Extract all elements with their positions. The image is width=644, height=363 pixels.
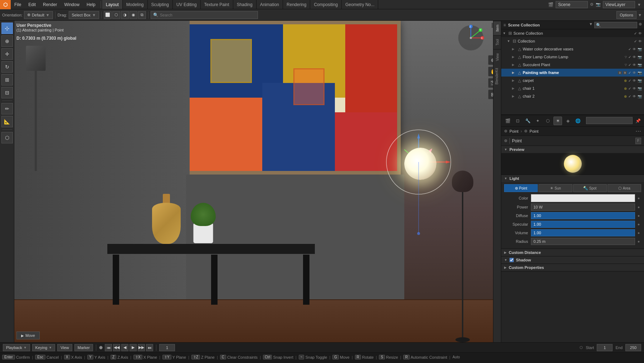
- painting-visibility[interactable]: 👁: [633, 71, 636, 75]
- tool-select[interactable]: ⊹: [1, 23, 13, 34]
- timeline-keying-btn[interactable]: Keying ▼: [32, 344, 55, 351]
- water-visibility[interactable]: 👁: [633, 47, 636, 51]
- power-value[interactable]: 10 W: [531, 203, 635, 211]
- tab-rendering[interactable]: Rendering: [283, 0, 310, 9]
- move-button[interactable]: ▶ Move: [16, 332, 40, 339]
- tab-animation[interactable]: Animation: [257, 0, 283, 9]
- properties-pin[interactable]: 📌: [634, 117, 642, 125]
- water-check[interactable]: ✓: [628, 47, 631, 51]
- tool-add[interactable]: ⬡: [1, 132, 13, 143]
- timeline-playback-btn[interactable]: Playback ▼: [3, 344, 30, 351]
- drag-dropdown[interactable]: Select Box ▼: [69, 11, 99, 19]
- section-preview-header[interactable]: ▼ Preview: [501, 146, 644, 153]
- specular-value[interactable]: 1.00: [531, 221, 635, 228]
- coll-check[interactable]: ✓: [634, 39, 637, 43]
- outliner-item-plant[interactable]: ▶ △ Succulent Plant ▽ ✓ 👁 📷: [501, 61, 644, 69]
- fl-funnel[interactable]: ▽: [625, 55, 627, 59]
- tool-annotate[interactable]: ✏: [1, 103, 13, 114]
- tab-shading[interactable]: Shading: [233, 0, 257, 9]
- power-dot[interactable]: ●: [636, 205, 641, 210]
- carpet-render[interactable]: 📷: [638, 79, 642, 83]
- prop-icon-world[interactable]: 🌐: [574, 117, 582, 125]
- outliner-item-chair2[interactable]: ▶ △ chair 2 ⊕ ✓ 👁 📷: [501, 92, 644, 100]
- plant-check[interactable]: ✓: [628, 63, 631, 67]
- play-back-btn[interactable]: ◀: [121, 344, 128, 351]
- prop-breadcrumb-point1[interactable]: Point: [509, 129, 518, 133]
- outliner-item-chair1[interactable]: ▶ △ chair 1 ⊕ ✓ 👁 📷: [501, 84, 644, 92]
- plant-funnel[interactable]: ▽: [625, 63, 627, 67]
- chair2-check[interactable]: ✓: [628, 94, 631, 98]
- scene-collection-visibility[interactable]: 👁: [638, 31, 642, 35]
- tool-transform[interactable]: ⊟: [1, 87, 13, 98]
- plant-visibility[interactable]: 👁: [633, 63, 636, 67]
- jump-start-btn[interactable]: ⏮: [105, 344, 112, 351]
- light-type-area[interactable]: ⬡ Area: [608, 184, 641, 192]
- outliner-sync-icon[interactable]: ⊕: [639, 22, 642, 28]
- radius-value[interactable]: 0.25 m: [531, 238, 635, 245]
- tab-uv-editing[interactable]: UV Editing: [173, 0, 201, 9]
- prop-icon-modifier[interactable]: 🔧: [523, 117, 532, 125]
- tab-view[interactable]: View: [493, 49, 501, 65]
- light-type-sun[interactable]: ☀ Sun: [538, 184, 572, 192]
- tool-rotate[interactable]: ↻: [1, 61, 13, 73]
- current-frame-input[interactable]: [159, 344, 175, 351]
- tab-item[interactable]: Item: [493, 21, 501, 35]
- water-render[interactable]: 📷: [638, 47, 642, 51]
- section-light-header[interactable]: ▼ Light: [501, 175, 644, 182]
- fake-user-btn[interactable]: F: [635, 138, 641, 144]
- carpet-check[interactable]: ✓: [628, 79, 631, 83]
- section-shadow-header[interactable]: ▼ Shadow: [501, 256, 644, 264]
- tool-move[interactable]: ✛: [1, 48, 13, 60]
- shadow-enabled-checkbox[interactable]: [509, 258, 514, 262]
- orientation-dropdown[interactable]: ⊕ Default ▼: [24, 11, 53, 19]
- scene-collection-check[interactable]: ✓: [634, 31, 637, 35]
- carpet-visibility[interactable]: 👁: [633, 79, 636, 83]
- shading-wireframe[interactable]: ⬜: [104, 11, 112, 19]
- outliner-filter-icon[interactable]: ▼: [589, 22, 593, 28]
- plant-render[interactable]: 📷: [638, 63, 642, 67]
- tab-compositing[interactable]: Compositing: [310, 0, 342, 9]
- outliner-item-floorlamp[interactable]: ▶ △ Floor Lamp Column Lamp ▽ ✓ 👁 📷: [501, 53, 644, 61]
- tool-measure[interactable]: 📐: [1, 116, 13, 127]
- shading-options[interactable]: ⧉: [138, 11, 146, 19]
- outliner-search[interactable]: [594, 22, 637, 28]
- play-btn[interactable]: ▶: [130, 344, 137, 351]
- timeline-view-btn[interactable]: View: [57, 344, 72, 351]
- outliner-scene-collection[interactable]: ▼ ⊞ Scene Collection ✓ 👁: [501, 29, 644, 37]
- prop-icon-material[interactable]: ◈: [564, 117, 572, 125]
- properties-search[interactable]: [586, 117, 633, 124]
- step-back-btn[interactable]: ◀◀: [113, 344, 120, 351]
- search-input[interactable]: [160, 13, 255, 17]
- tab-sculpting[interactable]: Sculpting: [148, 0, 173, 9]
- section-custom-distance-header[interactable]: ▶ Custom Distance: [501, 249, 644, 256]
- viewport-blenderkit-tab[interactable]: BlenderKit: [493, 64, 501, 342]
- view-layer-input[interactable]: [603, 1, 635, 8]
- end-frame-input[interactable]: [625, 344, 641, 351]
- fl-render[interactable]: 📷: [638, 55, 642, 59]
- prop-options-btn[interactable]: ⋯: [635, 128, 641, 134]
- options-button[interactable]: Options: [616, 11, 636, 19]
- scene-name-input[interactable]: [556, 1, 588, 8]
- prop-icon-particles[interactable]: ✦: [533, 117, 542, 125]
- painting-render[interactable]: 📷: [638, 71, 642, 75]
- menu-help[interactable]: Help: [83, 0, 99, 9]
- viewport[interactable]: Z Y X ⊛ ✋ 🎬 ⊞: [14, 21, 501, 342]
- tab-layout[interactable]: Layout: [102, 0, 123, 9]
- color-swatch[interactable]: [531, 194, 635, 202]
- diffuse-value[interactable]: 1.00: [531, 212, 635, 219]
- shading-solid[interactable]: ⬡: [112, 11, 120, 19]
- color-dot[interactable]: ●: [636, 196, 641, 201]
- tab-modeling[interactable]: Modeling: [123, 0, 148, 9]
- outliner-item-carpet[interactable]: ▶ △ carpet ⊕ ✓ 👁 📷: [501, 77, 644, 84]
- outliner-collection[interactable]: ▼ ⊟ Collection ✓ 👁: [501, 37, 644, 45]
- menu-window[interactable]: Window: [60, 0, 83, 9]
- prop-icon-constraints[interactable]: ☀: [553, 117, 562, 125]
- menu-edit[interactable]: Edit: [25, 0, 39, 9]
- prop-icon-object[interactable]: ⊡: [513, 117, 522, 125]
- tool-scale[interactable]: ⊞: [1, 74, 13, 85]
- volume-dot[interactable]: ●: [636, 230, 641, 235]
- prop-icon-physics[interactable]: ⬡: [543, 117, 552, 125]
- menu-file[interactable]: File: [11, 0, 25, 9]
- tab-tool[interactable]: Tool: [493, 35, 501, 49]
- specular-dot[interactable]: ●: [636, 222, 641, 227]
